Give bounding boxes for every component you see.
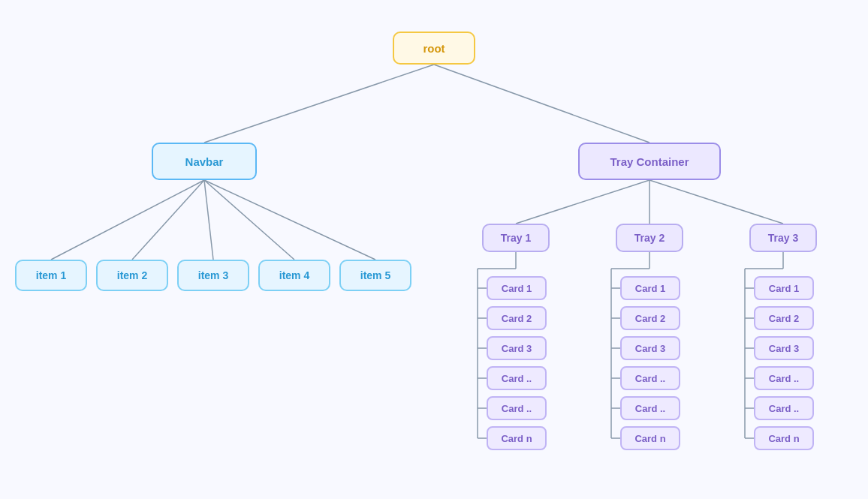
tray-2-node: Tray 2 bbox=[616, 224, 683, 252]
diagram: root Navbar Tray Container item 1 item 2… bbox=[0, 0, 868, 499]
navbar-item-1[interactable]: item 1 bbox=[15, 260, 87, 291]
tray1-card-4[interactable]: Card .. bbox=[487, 366, 547, 390]
tray1-card-1[interactable]: Card 1 bbox=[487, 276, 547, 300]
navbar-item-5[interactable]: item 5 bbox=[339, 260, 411, 291]
tray-container-label: Tray Container bbox=[610, 155, 689, 168]
tray-3-node: Tray 3 bbox=[749, 224, 817, 252]
tray1-card-2[interactable]: Card 2 bbox=[487, 306, 547, 330]
tray2-card-6[interactable]: Card n bbox=[620, 426, 680, 450]
tray2-card-3[interactable]: Card 3 bbox=[620, 336, 680, 360]
tray1-card-3[interactable]: Card 3 bbox=[487, 336, 547, 360]
tray1-card-5[interactable]: Card .. bbox=[487, 396, 547, 420]
tray2-card-1[interactable]: Card 1 bbox=[620, 276, 680, 300]
svg-line-3 bbox=[132, 180, 204, 260]
svg-line-2 bbox=[51, 180, 204, 260]
tray3-card-5[interactable]: Card .. bbox=[754, 396, 814, 420]
connector-lines bbox=[0, 0, 868, 499]
navbar-item-3[interactable]: item 3 bbox=[177, 260, 249, 291]
svg-line-6 bbox=[204, 180, 375, 260]
tray3-card-6[interactable]: Card n bbox=[754, 426, 814, 450]
tray2-card-4[interactable]: Card .. bbox=[620, 366, 680, 390]
svg-line-7 bbox=[516, 180, 649, 224]
tray2-card-5[interactable]: Card .. bbox=[620, 396, 680, 420]
tray-1-node: Tray 1 bbox=[482, 224, 550, 252]
tray2-card-2[interactable]: Card 2 bbox=[620, 306, 680, 330]
navbar-item-4[interactable]: item 4 bbox=[258, 260, 330, 291]
root-node: root bbox=[393, 32, 475, 65]
svg-line-0 bbox=[204, 65, 434, 143]
tray3-card-3[interactable]: Card 3 bbox=[754, 336, 814, 360]
navbar-label: Navbar bbox=[185, 155, 224, 168]
root-label: root bbox=[423, 42, 445, 55]
svg-line-9 bbox=[649, 180, 783, 224]
navbar-node: Navbar bbox=[152, 143, 257, 180]
tray-container-node: Tray Container bbox=[578, 143, 721, 180]
tray1-card-6[interactable]: Card n bbox=[487, 426, 547, 450]
svg-line-1 bbox=[434, 65, 649, 143]
svg-line-5 bbox=[204, 180, 294, 260]
tray3-card-4[interactable]: Card .. bbox=[754, 366, 814, 390]
tray3-card-1[interactable]: Card 1 bbox=[754, 276, 814, 300]
navbar-item-2[interactable]: item 2 bbox=[96, 260, 168, 291]
svg-line-4 bbox=[204, 180, 213, 260]
tray3-card-2[interactable]: Card 2 bbox=[754, 306, 814, 330]
